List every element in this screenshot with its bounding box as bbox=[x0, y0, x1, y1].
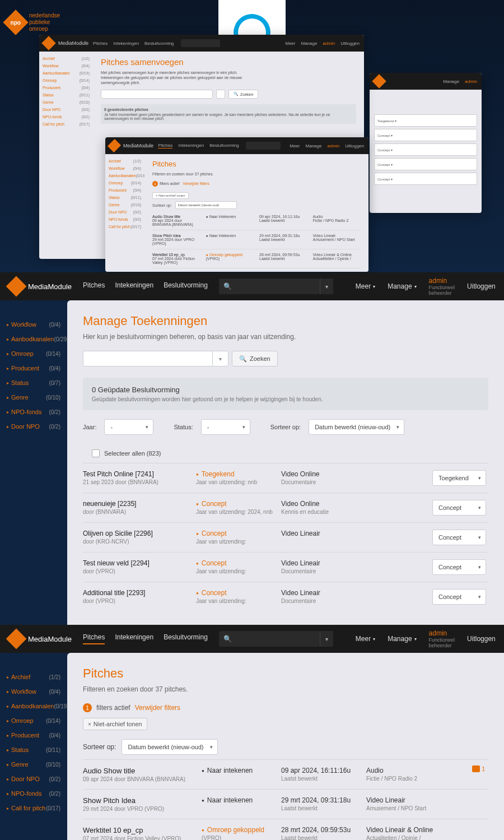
sidebar-item[interactable]: Status(0/11) bbox=[41, 91, 91, 99]
sidebar-item[interactable]: Status(0/11) bbox=[4, 742, 63, 757]
row-status-select[interactable]: Concept bbox=[432, 530, 486, 545]
nav-pitches[interactable]: Pitches bbox=[83, 281, 105, 291]
search-input[interactable] bbox=[181, 39, 220, 47]
sidebar-item[interactable]: Producent(0/4) bbox=[4, 728, 63, 742]
row-status-select[interactable]: Concept bbox=[432, 500, 486, 516]
sidebar-item[interactable]: NPO-fonds(0/2) bbox=[4, 405, 63, 419]
sidebar-item[interactable]: Producent(0/4) bbox=[4, 361, 63, 375]
table-row[interactable]: Audio Show title09 apr 2024 door BNNVARA… bbox=[83, 759, 488, 789]
sidebar-item[interactable]: Genre(0/10) bbox=[4, 390, 63, 405]
sidebar-item[interactable]: Call for pitch(0/17) bbox=[4, 801, 63, 815]
nav-besluitvorming[interactable]: Besluitvorming bbox=[209, 143, 239, 148]
nav-intekeningen[interactable]: Intekeningen bbox=[115, 633, 153, 644]
nav-pitches[interactable]: Pitches bbox=[83, 633, 105, 644]
logout-link[interactable]: Uitloggen bbox=[340, 41, 360, 46]
sidebar-item[interactable]: Workflow(0/4) bbox=[4, 317, 63, 332]
nav-pitches[interactable]: Pitches bbox=[93, 41, 108, 46]
sidebar-item[interactable]: Aanbodkanalen(0/19) bbox=[108, 172, 142, 179]
search-type-dropdown[interactable]: ▾ bbox=[212, 351, 228, 366]
menu-manage[interactable]: Manage▾ bbox=[388, 635, 416, 643]
sidebar-item[interactable]: Workflow(0/4) bbox=[41, 62, 91, 69]
table-row[interactable]: Test nieuw veld [2294]door (VPRO)Concept… bbox=[83, 552, 488, 582]
select-all-checkbox[interactable] bbox=[92, 449, 100, 457]
table-row[interactable]: Test Pitch Online [7241]21 sep 2023 door… bbox=[83, 463, 488, 493]
sidebar-item[interactable]: Status(0/11) bbox=[108, 194, 142, 201]
user-admin[interactable]: admin bbox=[323, 41, 335, 46]
select-all-row[interactable]: Selecteer allen (823) bbox=[83, 444, 488, 463]
nav-pitches[interactable]: Pitches bbox=[158, 143, 172, 148]
row-status-select[interactable]: Toegekend bbox=[432, 470, 486, 486]
table-row[interactable]: neuenuieje [2235]door (BNNVARA)ConceptJa… bbox=[83, 493, 488, 522]
nav-besluitvorming[interactable]: Besluitvorming bbox=[144, 41, 174, 46]
nav-intekeningen[interactable]: Intekeningen bbox=[115, 281, 153, 291]
status-select[interactable]: Toegekend ▾ bbox=[374, 114, 477, 127]
nav-besluitvorming[interactable]: Besluitvorming bbox=[164, 281, 208, 291]
search-input[interactable] bbox=[101, 90, 213, 99]
row-status-select[interactable]: Concept bbox=[432, 559, 486, 575]
sidebar-item[interactable]: Producent(0/4) bbox=[108, 187, 142, 194]
nav-intekeningen[interactable]: Intekeningen bbox=[113, 41, 139, 46]
table-row[interactable]: Show Pitch Idea29 mrt 2024 door VPRO (VP… bbox=[83, 789, 488, 819]
sort-select[interactable]: Datum bewerkt (nieuw-oud) bbox=[175, 201, 237, 209]
sidebar-item[interactable]: Call for pitch(0/17) bbox=[41, 120, 91, 128]
logout-link[interactable]: Uitloggen bbox=[467, 635, 496, 643]
status-select[interactable]: Concept ▾ bbox=[374, 173, 477, 185]
sidebar-item[interactable]: Producent(0/4) bbox=[41, 84, 91, 91]
status-select[interactable]: Concept ▾ bbox=[374, 143, 477, 156]
sidebar-item[interactable]: Aanbodkanalen(0/29) bbox=[4, 332, 63, 346]
table-row[interactable]: Test nieuwe pitch!25 mrt 2024 door VPRO … bbox=[152, 268, 361, 272]
sidebar-item[interactable]: Omroep(0/14) bbox=[108, 179, 142, 187]
menu-meer[interactable]: Meer bbox=[290, 143, 300, 148]
clear-filters-link[interactable]: Verwijder filters bbox=[183, 182, 209, 185]
menu-manage[interactable]: Manage▾ bbox=[388, 282, 416, 290]
table-row[interactable]: Additional title [2293]door (VPRO)Concep… bbox=[83, 582, 488, 611]
clear-filters-link[interactable]: Verwijder filters bbox=[135, 704, 180, 712]
sidebar-item[interactable]: Omroep(0/14) bbox=[4, 713, 63, 728]
logout-link[interactable]: Uitloggen bbox=[467, 282, 496, 290]
search-input[interactable]: 🔍 bbox=[219, 631, 320, 647]
sidebar-item[interactable]: NPO-fonds(0/2) bbox=[41, 113, 91, 120]
status-select[interactable]: Concept ▾ bbox=[374, 158, 477, 170]
sort-select[interactable]: Datum bewerkt (nieuw-oud) bbox=[309, 419, 404, 435]
sidebar-item[interactable]: Door NPO(0/2) bbox=[4, 419, 63, 434]
logout-link[interactable]: Uitloggen bbox=[345, 143, 364, 148]
sort-select[interactable]: Datum bewerkt (nieuw-oud) bbox=[122, 739, 217, 755]
search-input[interactable] bbox=[246, 142, 281, 150]
user-menu[interactable]: admin Functioneel beheerder bbox=[429, 629, 455, 648]
user-menu[interactable]: admin Functioneel beheerder bbox=[429, 277, 455, 296]
nav-intekeningen[interactable]: Intekeningen bbox=[178, 143, 204, 148]
menu-manage[interactable]: Manage bbox=[305, 143, 321, 148]
menu-meer[interactable]: Meer▾ bbox=[356, 635, 375, 643]
table-row[interactable]: Audio Show title09 apr 2024 door BNNVARA… bbox=[152, 211, 361, 230]
sidebar-item[interactable]: Aanbodkanalen(0/19) bbox=[41, 69, 91, 77]
row-status-select[interactable]: Concept bbox=[432, 589, 486, 605]
sidebar-item[interactable]: Door NPO(0/2) bbox=[4, 772, 63, 786]
sidebar-item[interactable]: Omroep(0/14) bbox=[41, 77, 91, 84]
sidebar-item[interactable]: Call for pitch(0/17) bbox=[108, 223, 142, 230]
sidebar-item[interactable]: Workflow(0/4) bbox=[4, 684, 63, 699]
sidebar-item[interactable]: Status(0/7) bbox=[4, 375, 63, 390]
user-admin[interactable]: admin bbox=[327, 143, 339, 148]
sidebar-item[interactable]: Genre(0/10) bbox=[108, 201, 142, 208]
sidebar-item[interactable]: Aanbodkanalen(0/19) bbox=[4, 699, 63, 713]
table-row[interactable]: Olijven op Sicilie [2296]door (KRO-NCRV)… bbox=[83, 522, 488, 552]
sidebar-item[interactable]: Omroep(0/14) bbox=[4, 346, 63, 361]
filter-chip[interactable]: × Niet-archief tonen bbox=[83, 718, 147, 730]
search-button[interactable]: 🔍Zoeken bbox=[228, 90, 258, 99]
sidebar-item[interactable]: Genre(0/10) bbox=[4, 757, 63, 772]
menu-manage[interactable]: Manage bbox=[301, 41, 317, 46]
table-row[interactable]: Werktitel 10 ep_cp07 mrt 2024 door Ficti… bbox=[83, 819, 488, 840]
search-input[interactable]: ▾ bbox=[83, 351, 228, 366]
sidebar-item[interactable]: Door NPO(0/2) bbox=[108, 208, 142, 216]
sidebar-item[interactable]: NPO-fonds(0/2) bbox=[4, 786, 63, 801]
search-type-dropdown[interactable]: ▾ bbox=[320, 279, 333, 294]
filter-jaar-select[interactable]: - bbox=[104, 419, 153, 435]
sidebar-item[interactable]: Archief(1/2) bbox=[108, 157, 142, 165]
sidebar-item[interactable]: Door NPO(0/2) bbox=[41, 106, 91, 113]
nav-besluitvorming[interactable]: Besluitvorming bbox=[164, 633, 208, 644]
comment-badge[interactable]: 1 bbox=[472, 765, 485, 772]
sidebar-item[interactable]: Genre(0/10) bbox=[41, 99, 91, 106]
table-row[interactable]: Show Pitch Idea29 mrt 2024 door VPRO (VP… bbox=[152, 230, 361, 249]
search-type-dropdown[interactable] bbox=[216, 90, 225, 99]
search-type-dropdown[interactable]: ▾ bbox=[320, 631, 333, 647]
